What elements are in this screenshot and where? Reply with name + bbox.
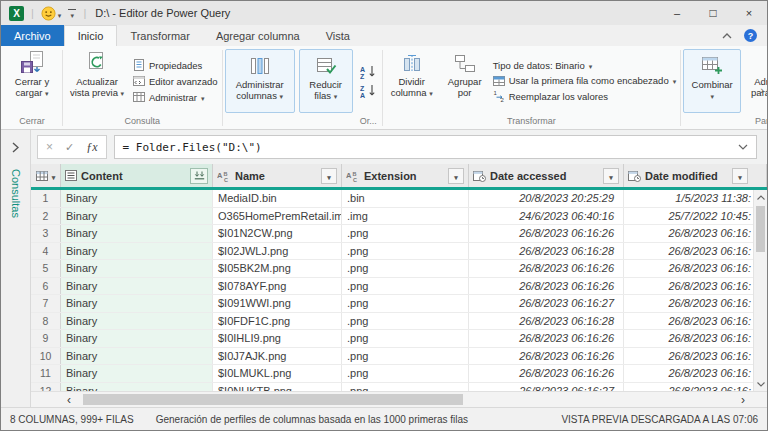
- filter-button[interactable]: [603, 168, 619, 184]
- minimize-button[interactable]: –: [659, 1, 695, 25]
- date-accessed-cell[interactable]: 26/8/2023 06:16:28: [469, 243, 624, 260]
- date-modified-cell[interactable]: 26/8/2023 06:16:: [624, 330, 767, 347]
- content-cell[interactable]: Binary: [61, 330, 213, 347]
- maximize-button[interactable]: □: [695, 1, 731, 25]
- name-cell[interactable]: O365HomePremRetail.img: [213, 208, 342, 225]
- extension-cell[interactable]: .png: [342, 365, 469, 382]
- expand-formula-bar-icon[interactable]: [738, 144, 748, 150]
- content-cell[interactable]: Binary: [61, 190, 213, 207]
- tab-vista[interactable]: Vista: [313, 25, 363, 46]
- name-cell[interactable]: $I0FDF1C.png: [213, 313, 342, 330]
- row-number-cell[interactable]: 12: [31, 383, 61, 392]
- filter-button[interactable]: [732, 168, 748, 184]
- content-cell[interactable]: Binary: [61, 243, 213, 260]
- name-cell[interactable]: $I02JWLJ.png: [213, 243, 342, 260]
- date-accessed-cell[interactable]: 26/8/2023 06:16:26: [469, 260, 624, 277]
- scroll-up-icon[interactable]: [757, 195, 765, 200]
- date-modified-cell[interactable]: 26/8/2023 06:16:: [624, 225, 767, 242]
- scroll-left-icon[interactable]: ‹: [61, 392, 77, 407]
- content-cell[interactable]: Binary: [61, 295, 213, 312]
- filter-button[interactable]: [321, 168, 337, 184]
- date-accessed-cell[interactable]: 26/8/2023 06:16:26: [469, 225, 624, 242]
- tab-archivo[interactable]: Archivo: [1, 25, 64, 46]
- replace-values-button[interactable]: 12 Reemplazar los valores: [493, 90, 677, 102]
- date-accessed-cell[interactable]: 26/8/2023 06:16:27: [469, 295, 624, 312]
- row-number-cell[interactable]: 7: [31, 295, 61, 312]
- queries-pane-title[interactable]: Consultas: [10, 169, 22, 218]
- extension-cell[interactable]: .png: [342, 278, 469, 295]
- date-accessed-cell[interactable]: 26/8/2023 06:16:26: [469, 278, 624, 295]
- refresh-preview-button[interactable]: Actualizar vista previa: [64, 47, 130, 115]
- ribbon-overflow-arrow[interactable]: ›: [760, 84, 764, 96]
- name-cell[interactable]: $I05BK2M.png: [213, 260, 342, 277]
- date-accessed-cell[interactable]: 26/8/2023 06:16:28: [469, 313, 624, 330]
- formula-accept-icon[interactable]: ✓: [65, 141, 74, 154]
- column-header-content[interactable]: Content: [61, 164, 213, 187]
- scroll-down-icon[interactable]: [757, 382, 765, 387]
- row-number-cell[interactable]: 1: [31, 190, 61, 207]
- content-cell[interactable]: Binary: [61, 365, 213, 382]
- expand-queries-pane-icon[interactable]: [12, 142, 19, 153]
- extension-cell[interactable]: .png: [342, 383, 469, 392]
- extension-cell[interactable]: .png: [342, 225, 469, 242]
- tab-inicio[interactable]: Inicio: [64, 25, 118, 46]
- date-modified-cell[interactable]: 26/8/2023 06:16:: [624, 348, 767, 365]
- content-cell[interactable]: Binary: [61, 225, 213, 242]
- row-number-cell[interactable]: 4: [31, 243, 61, 260]
- properties-button[interactable]: Propiedades: [133, 59, 218, 71]
- manage-parameters-button[interactable]: Administrar parámetros: [744, 47, 767, 115]
- name-cell[interactable]: $I0J7AJK.png: [213, 348, 342, 365]
- row-number-cell[interactable]: 9: [31, 330, 61, 347]
- customize-toolbar-button[interactable]: [68, 9, 76, 18]
- content-cell[interactable]: Binary: [61, 348, 213, 365]
- close-and-load-button[interactable]: Cerrar y cargar: [3, 47, 61, 115]
- horizontal-scroll-thumb[interactable]: [83, 394, 463, 405]
- date-accessed-cell[interactable]: 26/8/2023 06:16:26: [469, 365, 624, 382]
- content-cell[interactable]: Binary: [61, 313, 213, 330]
- tab-agregar-columna[interactable]: Agregar columna: [203, 25, 313, 46]
- date-modified-cell[interactable]: 26/8/2023 06:16:: [624, 278, 767, 295]
- formula-input[interactable]: = Folder.Files("D:\"): [114, 135, 757, 159]
- extension-cell[interactable]: .png: [342, 348, 469, 365]
- name-cell[interactable]: $I0NUKTB.png: [213, 383, 342, 392]
- status-profiling[interactable]: Generación de perfiles de columnas basad…: [156, 414, 468, 425]
- date-accessed-cell[interactable]: 20/8/2023 20:25:29: [469, 190, 624, 207]
- row-number-cell[interactable]: 2: [31, 208, 61, 225]
- tab-transformar[interactable]: Transformar: [117, 25, 203, 46]
- content-cell[interactable]: Binary: [61, 260, 213, 277]
- row-number-cell[interactable]: 8: [31, 313, 61, 330]
- feedback-smiley-button[interactable]: [41, 4, 62, 22]
- manage-columns-button[interactable]: Administrar columnas: [225, 49, 295, 113]
- advanced-editor-button[interactable]: Editor avanzado: [133, 75, 218, 87]
- collapse-ribbon-icon[interactable]: [722, 33, 732, 39]
- date-modified-cell[interactable]: 26/8/2023 06:16:: [624, 295, 767, 312]
- date-modified-cell[interactable]: 26/8/2023 06:16:: [624, 383, 767, 392]
- help-icon[interactable]: ?: [744, 29, 757, 42]
- name-cell[interactable]: $I0IHLI9.png: [213, 330, 342, 347]
- filter-button[interactable]: [448, 168, 464, 184]
- extension-cell[interactable]: .png: [342, 243, 469, 260]
- content-cell[interactable]: Binary: [61, 278, 213, 295]
- date-modified-cell[interactable]: 26/8/2023 06:16:: [624, 365, 767, 382]
- extension-cell[interactable]: .img: [342, 208, 469, 225]
- horizontal-scrollbar[interactable]: ‹ ›: [31, 391, 767, 407]
- grid-corner-cell[interactable]: [31, 164, 61, 187]
- row-number-cell[interactable]: 3: [31, 225, 61, 242]
- date-accessed-cell[interactable]: 24/6/2023 06:40:16: [469, 208, 624, 225]
- row-number-cell[interactable]: 6: [31, 278, 61, 295]
- close-button[interactable]: ×: [731, 1, 767, 25]
- row-number-cell[interactable]: 5: [31, 260, 61, 277]
- date-modified-cell[interactable]: 26/8/2023 06:16:: [624, 260, 767, 277]
- reduce-rows-button[interactable]: Reducir filas: [299, 49, 353, 113]
- combine-button[interactable]: Combinar: [683, 49, 741, 113]
- sort-descending-icon[interactable]: ZA: [360, 84, 377, 98]
- group-by-button[interactable]: Agrupar por: [440, 47, 490, 115]
- content-cell[interactable]: Binary: [61, 208, 213, 225]
- formula-cancel-icon[interactable]: ×: [46, 140, 53, 154]
- vertical-scrollbar[interactable]: [753, 190, 767, 391]
- row-number-cell[interactable]: 11: [31, 365, 61, 382]
- extension-cell[interactable]: .png: [342, 313, 469, 330]
- date-accessed-cell[interactable]: 26/8/2023 06:16:27: [469, 383, 624, 392]
- extension-cell[interactable]: .bin: [342, 190, 469, 207]
- data-type-button[interactable]: Tipo de datos: Binario: [493, 60, 677, 71]
